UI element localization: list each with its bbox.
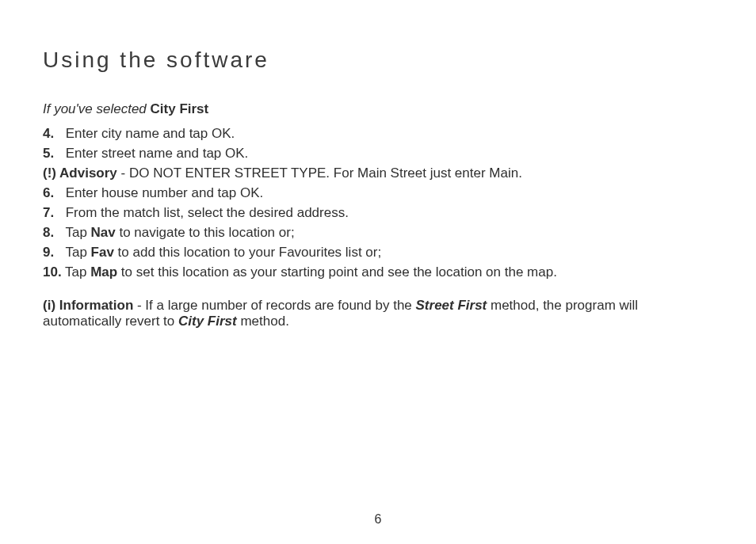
step-number: 4. bbox=[43, 125, 62, 143]
intro-line: If you've selected City First bbox=[43, 101, 718, 117]
step-pre: Tap bbox=[65, 225, 90, 240]
advisory-label: (!) Advisory bbox=[43, 165, 117, 181]
intro-prefix: If you've selected bbox=[43, 101, 151, 116]
step-number: 6. bbox=[43, 185, 62, 203]
advisory-text: - DO NOT ENTER STREET TYPE. For Main Str… bbox=[117, 165, 522, 181]
info-method-1: Street First bbox=[416, 298, 487, 313]
step-text: From the match list, select the desired … bbox=[66, 205, 349, 220]
step-post: to add this location to your Favourites … bbox=[114, 245, 381, 260]
advisory-line: (!) Advisory - DO NOT ENTER STREET TYPE.… bbox=[43, 165, 718, 183]
step-text: Enter street name and tap OK. bbox=[66, 146, 249, 161]
step-post: to navigate to this location or; bbox=[116, 225, 295, 240]
step-10: 10.Tap Map to set this location as your … bbox=[43, 264, 718, 282]
page-number: 6 bbox=[0, 512, 756, 527]
info-label: (i) Information bbox=[43, 298, 133, 313]
step-keyword: Fav bbox=[91, 245, 114, 260]
step-keyword: Map bbox=[90, 264, 117, 280]
step-7: 7. From the match list, select the desir… bbox=[43, 204, 718, 223]
step-8: 8. Tap Nav to navigate to this location … bbox=[43, 224, 718, 242]
step-pre: Tap bbox=[65, 245, 90, 260]
step-text: Enter city name and tap OK. bbox=[66, 126, 235, 141]
step-number: 10. bbox=[43, 264, 65, 282]
info-text-3: method. bbox=[237, 314, 289, 329]
information-block: (i) Information - If a large number of r… bbox=[43, 298, 718, 330]
info-text-1: - If a large number of records are found… bbox=[133, 298, 415, 313]
step-6: 6. Enter house number and tap OK. bbox=[43, 185, 718, 203]
page-heading: Using the software bbox=[43, 48, 718, 73]
step-9: 9. Tap Fav to add this location to your … bbox=[43, 244, 718, 262]
step-keyword: Nav bbox=[91, 225, 116, 240]
step-number: 8. bbox=[43, 224, 62, 242]
document-page: Using the software If you've selected Ci… bbox=[0, 0, 756, 544]
step-pre: Tap bbox=[65, 264, 90, 280]
intro-mode: City First bbox=[151, 101, 209, 116]
step-5: 5. Enter street name and tap OK. bbox=[43, 145, 718, 163]
step-post: to set this location as your starting po… bbox=[117, 264, 557, 280]
step-number: 7. bbox=[43, 204, 62, 223]
step-4: 4. Enter city name and tap OK. bbox=[43, 125, 718, 143]
info-method-2: City First bbox=[178, 314, 237, 329]
step-number: 9. bbox=[43, 244, 62, 262]
step-number: 5. bbox=[43, 145, 62, 163]
step-text: Enter house number and tap OK. bbox=[66, 185, 264, 200]
